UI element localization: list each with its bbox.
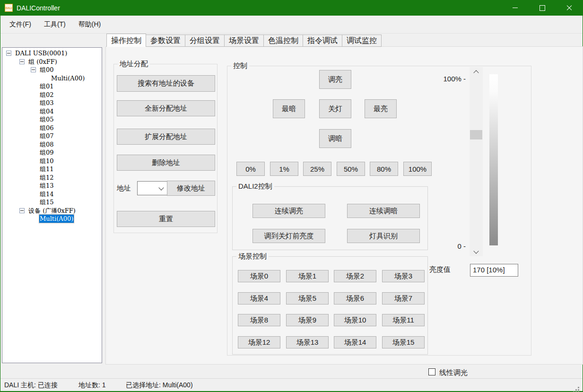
tree-item-group-all[interactable]: 组 (0xFF) (2, 58, 102, 66)
linear-dimming-checkbox[interactable] (428, 368, 435, 375)
tree-item-group08[interactable]: 组08 (2, 140, 102, 149)
tab-grouping-settings[interactable]: 分组设置 (185, 35, 225, 47)
continuous-dim-up-button[interactable]: 连续调亮 (252, 204, 325, 218)
collapse-icon[interactable] (19, 59, 25, 64)
tree-item-group01[interactable]: 组01 (2, 82, 102, 91)
tree-item-group11[interactable]: 组11 (2, 165, 102, 174)
scene-1-button[interactable]: 场景1 (286, 270, 329, 282)
brightness-min-label: 0 - (435, 242, 466, 250)
tree-item-group04[interactable]: 组04 (2, 107, 102, 116)
scene-15-button[interactable]: 场景15 (382, 336, 425, 348)
tree-item-device-broadcast[interactable]: 设备 (广播0xFF) (2, 207, 102, 215)
menu-tools[interactable]: 工具(T) (40, 18, 70, 31)
scene-9-button[interactable]: 场景9 (286, 314, 329, 326)
control-group-title: 控制 (231, 61, 249, 70)
tree-item-multi-a00-selected[interactable]: Multi(A00) (2, 215, 102, 223)
chevron-up-icon (473, 70, 479, 75)
scroll-down-button[interactable] (470, 248, 483, 256)
dim-max-button[interactable]: 最亮 (365, 99, 397, 118)
percent-0-button[interactable]: 0% (236, 162, 265, 176)
minimize-button[interactable] (502, 0, 529, 16)
address-assignment-group: 地址分配 搜索有地址的设备 全新分配地址 扩展分配地址 删除地址 地址 修改地址… (113, 64, 218, 233)
modify-address-button[interactable]: 修改地址 (167, 181, 215, 196)
tree-item-group09[interactable]: 组09 (2, 148, 102, 157)
dali2-group-title: DALI2控制 (236, 182, 274, 191)
collapse-icon[interactable] (31, 67, 36, 72)
scene-control-group: 场景控制 场景0 场景1 场景2 场景3 场景4 场景5 场景6 场景7 场景8… (232, 256, 428, 355)
scene-3-button[interactable]: 场景3 (382, 270, 425, 282)
scene-5-button[interactable]: 场景5 (286, 292, 329, 305)
close-icon (566, 5, 572, 11)
tab-color-temp-control[interactable]: 色温控制 (263, 35, 303, 47)
percent-25-button[interactable]: 25% (303, 162, 331, 176)
scene-11-button[interactable]: 场景11 (382, 314, 425, 326)
scene-0-button[interactable]: 场景0 (238, 270, 280, 282)
tree-item-group12[interactable]: 组12 (2, 174, 102, 182)
tab-debug-monitor[interactable]: 调试监控 (342, 35, 382, 47)
tab-command-debug[interactable]: 指令调试 (303, 35, 342, 47)
tree-item-group05[interactable]: 组05 (2, 115, 102, 124)
percent-1-button[interactable]: 1% (270, 162, 298, 176)
luminaire-identify-button[interactable]: 灯具识别 (347, 229, 420, 243)
percent-100-button[interactable]: 100% (403, 162, 432, 176)
status-address-count: 地址数: 1 (78, 379, 106, 391)
tree-item-group13[interactable]: 组13 (2, 182, 102, 190)
light-off-button[interactable]: 关灯 (319, 99, 351, 118)
tab-strip: 操作控制 参数设置 分组设置 场景设置 色温控制 指令调试 调试监控 (107, 34, 382, 47)
menu-file[interactable]: 文件(F) (6, 18, 35, 31)
collapse-icon[interactable] (6, 51, 11, 56)
dali2-control-group: DALI2控制 连续调亮 连续调暗 调到关灯前亮度 灯具识别 (232, 186, 428, 250)
tree-item-group15[interactable]: 组15 (2, 198, 102, 207)
percent-50-button[interactable]: 50% (337, 162, 365, 176)
tree-item-group10[interactable]: 组10 (2, 157, 102, 166)
scene-4-button[interactable]: 场景4 (238, 292, 280, 305)
scene-8-button[interactable]: 场景8 (238, 314, 280, 326)
scene-7-button[interactable]: 场景7 (382, 292, 425, 305)
tree-item-group03[interactable]: 组03 (2, 99, 102, 107)
search-addressed-devices-button[interactable]: 搜索有地址的设备 (117, 75, 215, 92)
address-group-title: 地址分配 (118, 60, 150, 69)
window-title: DALIController (17, 4, 60, 12)
scroll-up-button[interactable] (470, 67, 483, 76)
close-button[interactable] (556, 0, 583, 16)
minimize-icon (513, 8, 518, 8)
scene-6-button[interactable]: 场景6 (334, 292, 376, 305)
brightness-scrollbar[interactable] (470, 67, 483, 256)
tree-item-root[interactable]: DALI USB(0001) (2, 49, 102, 58)
tab-scene-settings[interactable]: 场景设置 (224, 35, 264, 47)
percent-80-button[interactable]: 80% (370, 162, 398, 176)
assign-new-address-button[interactable]: 全新分配地址 (117, 100, 215, 116)
reset-button[interactable]: 重置 (117, 211, 215, 227)
recall-last-level-button[interactable]: 调到关灯前亮度 (252, 229, 325, 243)
scene-10-button[interactable]: 场景10 (334, 314, 376, 326)
dim-up-button[interactable]: 调亮 (319, 70, 351, 89)
resize-grip[interactable] (578, 387, 579, 388)
scrollbar-thumb[interactable] (470, 130, 482, 139)
scene-13-button[interactable]: 场景13 (286, 336, 329, 348)
tree-item-group00[interactable]: 组00 (2, 66, 102, 74)
tree-item-group07[interactable]: 组07 (2, 132, 102, 140)
menu-help[interactable]: 帮助(H) (75, 18, 104, 31)
collapse-icon[interactable] (19, 208, 25, 213)
scene-12-button[interactable]: 场景12 (238, 336, 280, 348)
app-window: DALI DALIController 文件(F) 工具(T) 帮助(H) DA… (0, 0, 583, 392)
tree-item-group02[interactable]: 组02 (2, 91, 102, 99)
extend-assign-address-button[interactable]: 扩展分配地址 (117, 129, 215, 145)
menu-bar: 文件(F) 工具(T) 帮助(H) (0, 16, 583, 34)
brightness-value-field[interactable]: 170 [10%] (470, 264, 518, 277)
tab-parameter-settings[interactable]: 参数设置 (146, 35, 185, 47)
scene-2-button[interactable]: 场景2 (334, 270, 376, 282)
tree-item-multi-a00[interactable]: Multi(A00) (2, 74, 102, 83)
tab-operation-control[interactable]: 操作控制 (106, 34, 146, 47)
maximize-icon (539, 5, 545, 11)
scene-14-button[interactable]: 场景14 (334, 336, 376, 348)
brightness-max-label: 100% - (426, 75, 466, 83)
maximize-button[interactable] (529, 0, 556, 16)
continuous-dim-down-button[interactable]: 连续调暗 (347, 204, 420, 218)
tree-item-group14[interactable]: 组14 (2, 190, 102, 199)
dim-down-button[interactable]: 调暗 (319, 129, 351, 148)
delete-address-button[interactable]: 删除地址 (117, 155, 215, 171)
address-combobox[interactable] (137, 181, 167, 195)
dim-min-button[interactable]: 最暗 (273, 99, 305, 118)
tree-item-group06[interactable]: 组06 (2, 124, 102, 132)
